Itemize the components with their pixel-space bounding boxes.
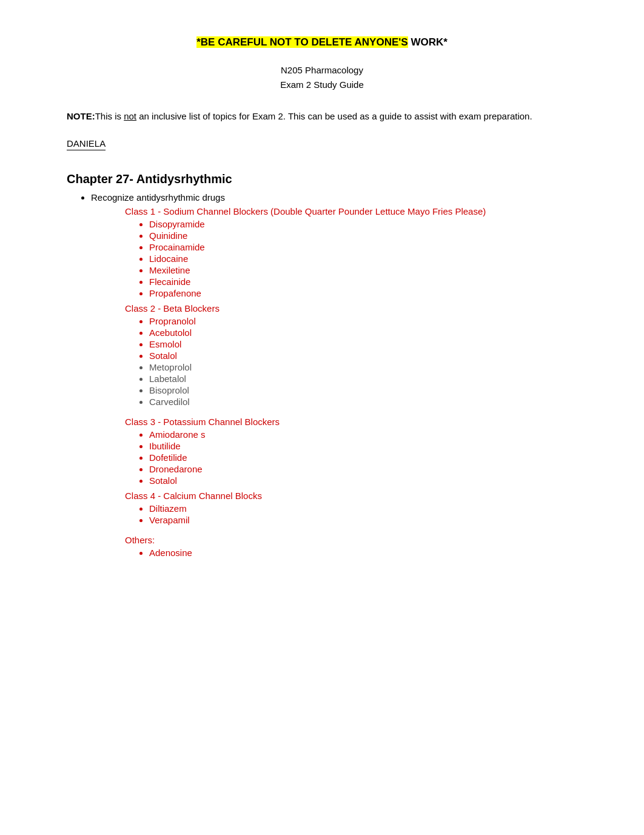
class-2-label: Class 2 - Beta Blockers: [125, 303, 577, 314]
class-2-block: Class 2 - Beta Blockers Propranolol Aceb…: [125, 303, 577, 407]
list-item: Propafenone: [149, 288, 577, 298]
list-item: Labetalol: [149, 374, 577, 384]
list-item: Esmolol: [149, 339, 577, 349]
author-name: DANIELA: [67, 138, 106, 149]
class-4-drug-list: Diltiazem Verapamil: [125, 503, 577, 525]
class-3-label: Class 3 - Potassium Channel Blockers: [125, 417, 577, 427]
class-1-block: Class 1 - Sodium Channel Blockers (Doubl…: [125, 206, 577, 298]
list-item: Carvedilol: [149, 397, 577, 407]
list-item: Sotalol: [149, 475, 577, 486]
note-underline: not: [124, 111, 136, 121]
list-item: Mexiletine: [149, 265, 577, 275]
class-1-drug-list: Disopyramide Quinidine Procainamide Lido…: [125, 219, 577, 298]
warning-normal-text: WORK*: [408, 36, 448, 48]
class-4-block: Class 4 - Calcium Channel Blocks Diltiaz…: [125, 491, 577, 525]
class-3-block: Class 3 - Potassium Channel Blockers Ami…: [125, 417, 577, 486]
list-item: Flecainide: [149, 277, 577, 287]
list-item: Amiodarone s: [149, 429, 577, 440]
others-drug-list: Adenosine: [125, 548, 577, 558]
list-item: Disopyramide: [149, 219, 577, 229]
list-item: Metoprolol: [149, 362, 577, 372]
main-bullet-item: Recognize antidysrhythmic drugs Class 1 …: [91, 192, 577, 558]
class-1-label: Class 1 - Sodium Channel Blockers (Doubl…: [125, 206, 577, 216]
note-text: This is: [95, 111, 121, 121]
note-section: NOTE:This is not an inclusive list of to…: [67, 109, 577, 124]
class-3-drug-list: Amiodarone s Ibutilide Dofetilide Droned…: [125, 429, 577, 486]
main-bullet-list: Recognize antidysrhythmic drugs Class 1 …: [67, 192, 577, 558]
title-line2: Exam 2 Study Guide: [67, 78, 577, 92]
list-item: Verapamil: [149, 515, 577, 525]
chapter-title: Chapter 27- Antidysrhythmic: [67, 172, 577, 186]
list-item: Adenosine: [149, 548, 577, 558]
list-item: Sotalol: [149, 350, 577, 361]
list-item: Lidocaine: [149, 253, 577, 264]
list-item: Bisoprolol: [149, 385, 577, 395]
note-label: NOTE:: [67, 111, 95, 121]
list-item: Acebutolol: [149, 327, 577, 338]
class-2-drug-list: Propranolol Acebutolol Esmolol Sotalol M…: [125, 316, 577, 407]
list-item: Procainamide: [149, 242, 577, 252]
list-item: Quinidine: [149, 230, 577, 241]
list-item: Ibutilide: [149, 441, 577, 451]
title-section: N205 Pharmacology Exam 2 Study Guide: [67, 63, 577, 92]
list-item: Diltiazem: [149, 503, 577, 514]
warning-highlighted-text: *BE CAREFUL NOT TO DELETE ANYONE'S: [196, 36, 408, 48]
list-item: Dofetilide: [149, 452, 577, 463]
list-item: Propranolol: [149, 316, 577, 326]
others-block: Others: Adenosine: [125, 535, 577, 558]
warning-banner: *BE CAREFUL NOT TO DELETE ANYONE'S WORK*: [67, 36, 577, 49]
list-item: Dronedarone: [149, 464, 577, 474]
class-4-label: Class 4 - Calcium Channel Blocks: [125, 491, 577, 501]
note-rest: an inclusive list of topics for Exam 2. …: [136, 111, 532, 121]
others-label: Others:: [125, 535, 577, 545]
author-section: DANIELA: [67, 138, 106, 150]
title-line1: N205 Pharmacology: [67, 63, 577, 78]
